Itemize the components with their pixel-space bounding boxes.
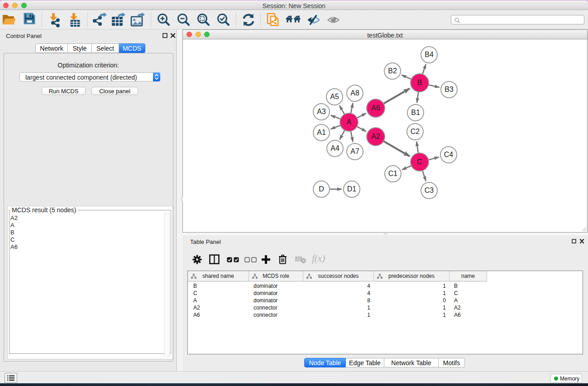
svg-text:A4: A4 bbox=[330, 144, 339, 152]
svg-text:A8: A8 bbox=[350, 89, 359, 97]
svg-text:C2: C2 bbox=[411, 128, 420, 135]
svg-text:A7: A7 bbox=[350, 148, 359, 155]
svg-text:D: D bbox=[319, 185, 324, 193]
svg-text:A1: A1 bbox=[317, 129, 326, 136]
svg-text:A5: A5 bbox=[330, 93, 339, 100]
svg-text:C: C bbox=[417, 158, 422, 166]
svg-text:C3: C3 bbox=[425, 186, 434, 194]
svg-text:C1: C1 bbox=[388, 170, 398, 177]
svg-text:A2: A2 bbox=[371, 133, 380, 140]
svg-text:B2: B2 bbox=[388, 67, 397, 75]
svg-text:C4: C4 bbox=[444, 151, 454, 158]
svg-text:B: B bbox=[417, 79, 422, 86]
svg-text:A6: A6 bbox=[371, 104, 380, 112]
svg-text:B4: B4 bbox=[425, 51, 434, 58]
svg-text:D1: D1 bbox=[347, 185, 357, 193]
svg-text:A: A bbox=[347, 118, 352, 126]
svg-text:A3: A3 bbox=[317, 108, 326, 115]
svg-text:B1: B1 bbox=[411, 109, 420, 116]
svg-text:B3: B3 bbox=[445, 86, 454, 93]
